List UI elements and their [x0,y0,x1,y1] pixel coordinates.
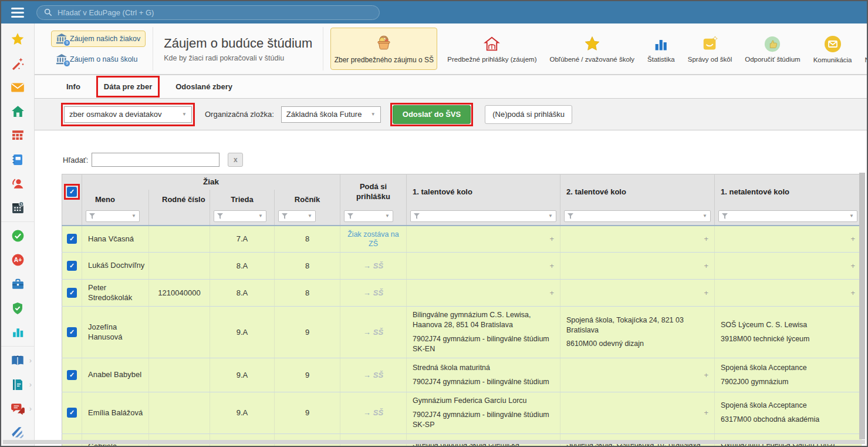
k2-cell: + [560,253,715,280]
status-link[interactable]: Žiak zostáva na ZŠ [340,230,406,249]
add-school-icon[interactable]: + [549,261,554,270]
k3-cell: + [715,280,862,307]
nav-button-students-interest[interactable]: 9 Záujem našich žiakov [51,31,146,47]
sidebar-item-grades-icon[interactable]: A+ [1,248,34,272]
tab-info[interactable]: Info [65,75,82,98]
add-school-icon[interactable]: + [704,371,708,379]
send-to-svs-button[interactable]: Odoslať do ŠVS [393,105,471,124]
sidebar-item-briefcase-icon[interactable] [1,272,34,296]
row-checkbox[interactable]: ✓ [67,261,77,271]
k3-cell[interactable]: SOŠ Lýceum C. S. Lewisa3918M00 technické… [715,307,862,358]
global-search-input[interactable]: Hľadať v EduPage (Ctrl + G) [36,5,380,20]
status-cell[interactable]: →SŠ [340,307,407,358]
add-school-icon[interactable]: + [704,261,708,270]
status-label: SŠ [373,408,383,417]
toolbar-item-statistika[interactable]: Štatistika [644,35,678,63]
envelope-circle-icon [823,35,842,53]
status-cell[interactable]: →SŠ [340,280,407,307]
sidebar-item-home-icon[interactable] [1,99,34,123]
filter-empty-cell [62,210,82,226]
k1-cell[interactable]: Gymnázium Federica Garcíu Lorcu7902J74 g… [407,392,560,434]
toolbar-item-odporucit-studium[interactable]: Odporučiť štúdium [742,35,803,63]
toolbar-item-predbezne-prihlasky[interactable]: Predbežné prihlášky (záujem) [444,35,539,63]
menu-icon[interactable] [1,1,34,23]
k3-cell: + [715,253,862,280]
filter-trieda[interactable]: ▼ [214,210,266,222]
status-cell[interactable]: →SŠ [340,392,407,434]
k1-cell[interactable]: Stredná škola maturitná7902J74 gymnázium… [407,358,560,392]
study-program: 8610M00 odevný dizajn [566,339,708,349]
add-school-icon[interactable]: + [850,261,855,270]
add-school-icon[interactable]: + [850,234,855,243]
sidebar-item-student-icon[interactable] [1,172,34,196]
horizontal-scrollbar[interactable] [3,440,865,444]
table-row: ✓ Anabel Babybel 9.A 9 →SŠ Stredná škola… [62,358,862,392]
filter-rocnik[interactable]: ▼ [278,210,316,222]
k1-cell[interactable]: Bilingválne gymnázium C.S. Lewisa, Haano… [407,307,560,358]
message-star-icon [701,35,720,53]
table-search-input[interactable] [92,153,219,167]
filter-empty-cell [149,210,210,226]
column-header-k2: 2. talentové kolo [560,174,715,210]
filter-k2[interactable]: ▼ [564,210,711,222]
nav-button-school-interest[interactable]: 9 Záujem o našu školu [51,51,146,68]
add-school-icon[interactable]: + [704,408,708,417]
sidebar-item-notebook-icon[interactable] [1,147,34,172]
row-checkbox[interactable]: ✓ [67,408,77,418]
row-checkbox[interactable]: ✓ [67,234,77,244]
toolbar-item-oblubene-skoly[interactable]: Obľúbené / zvažované školy [546,35,637,63]
add-school-icon[interactable]: + [850,288,855,297]
sidebar-item-mail-icon[interactable] [1,75,34,99]
add-school-icon[interactable]: + [704,288,708,297]
toolbar-item-zber-zaujmu[interactable]: Zber predbežného záujmu o SŠ [330,28,437,70]
row-checkbox[interactable]: ✓ [67,327,77,337]
filter-k3[interactable]: ▼ [718,210,857,222]
sidebar-item-star-icon[interactable] [1,27,34,51]
module-toolbar: 9 Záujem našich žiakov 9 Záujem o našu š… [35,23,867,75]
toolbar-item-spravy-od-skol[interactable]: Správy od škôl [685,35,735,63]
tab-data-pre-zber[interactable]: Dáta pre zber [103,75,153,98]
toolbar-item-komunikacia[interactable]: Komunikácia [810,35,855,63]
main-content: 9 Záujem našich žiakov 9 Záujem o našu š… [35,23,867,446]
org-unit-select[interactable]: Základná škola Future ▼ [281,106,381,123]
select-all-checkbox[interactable]: ✓ [67,187,77,197]
study-program: 7902J74 gymnázium - bilingválne štúdium … [413,334,554,354]
add-school-icon[interactable]: + [549,234,554,243]
row-checkbox[interactable]: ✓ [67,370,77,380]
add-school-icon[interactable]: + [549,288,554,297]
sidebar-item-statistics-icon[interactable] [1,320,34,344]
sidebar-item-messages-icon[interactable]: › [1,396,34,421]
k3-cell[interactable]: Spojená škola Acceptance6317M00 obchodná… [715,392,862,434]
clear-search-icon[interactable]: x [228,153,243,167]
sidebar-item-library-icon[interactable]: › [1,348,34,372]
toolbar-item-label: Obľúbené / zvažované školy [549,56,634,63]
filter-poda[interactable]: ▼ [344,210,393,222]
sidebar-item-attendance-check-icon[interactable] [1,224,34,248]
student-name: Peter Stredoškolák [82,280,149,307]
filter-meno[interactable]: ▼ [86,210,140,222]
toolbar-item-nastavenia[interactable]: Nastavenia [862,35,867,63]
collection-select[interactable]: zber osmakov a deviatakov ▼ [64,106,192,123]
tab-odoslane-zbery[interactable]: Odoslané zbery [174,75,234,98]
toggle-application-button[interactable]: (Ne)podá si prihlášku [485,105,572,124]
class: 7.A [210,226,275,253]
status-cell[interactable]: →SŠ [340,253,407,280]
row-checkbox[interactable]: ✓ [67,288,77,298]
sidebar-item-timetable-icon[interactable] [1,123,34,147]
page-title: Záujem o budúce štúdium [164,36,312,51]
tab-label: Info [66,82,80,91]
add-school-icon[interactable]: + [704,234,708,243]
sidebar-item-shield-check-icon[interactable] [1,296,34,320]
k2-cell[interactable]: Spojená škola, Tokajícka 24, 821 03 Brat… [560,307,715,358]
filter-k1[interactable]: ▼ [410,210,556,222]
table-row: ✓ Jozefína Hanusová 9.A 9 →SŠ Bilingváln… [62,307,862,358]
toolbar-item-label: Komunikácia [813,56,852,63]
table-search-label: Hľadať: [63,156,88,164]
sidebar-item-magic-wand-icon[interactable] [1,51,34,75]
sidebar-item-calendar-clock-icon[interactable] [1,196,34,220]
sidebar-item-documents-icon[interactable]: › [1,372,34,396]
k3-cell[interactable]: Spojená škola Acceptance7902J00 gymnáziu… [715,358,862,392]
birth-number [149,307,210,358]
status-cell[interactable]: →SŠ [340,358,407,392]
vertical-scrollbar[interactable] [859,173,865,439]
